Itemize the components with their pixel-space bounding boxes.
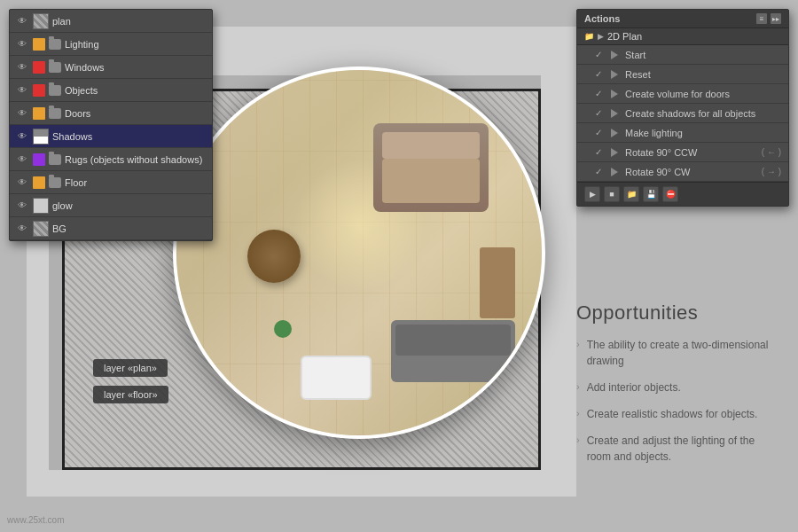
opportunity-arrow-interior: ›: [576, 381, 580, 392]
bed-furniture: [373, 123, 489, 212]
layer-row-doors[interactable]: 👁Doors: [10, 102, 212, 125]
action-play-create_shadows[interactable]: [611, 109, 620, 118]
layer-thumb-plan: [33, 13, 49, 29]
layer-row-bg[interactable]: 👁BG: [10, 217, 212, 240]
layer-row-rugs[interactable]: 👁Rugs (objects without shadows): [10, 148, 212, 171]
eye-icon-objects[interactable]: 👁: [15, 83, 29, 98]
action-row-rotate_cw[interactable]: ✓Rotate 90° CW( → ): [577, 162, 788, 182]
room-interior: [176, 70, 542, 435]
eye-icon-lighting[interactable]: 👁: [15, 37, 29, 51]
folder-icon-floor: [49, 177, 61, 188]
layer-color-doors: [33, 107, 45, 120]
action-row-make_lighting[interactable]: ✓Make lighting: [577, 123, 788, 143]
action-row-start[interactable]: ✓Start: [577, 45, 788, 65]
actions-submenu[interactable]: 📁 ▶ 2D Plan: [577, 28, 788, 45]
layer-color-rugs: [33, 153, 45, 166]
submenu-arrow-icon: ▶: [598, 32, 604, 41]
action-row-rotate_ccw[interactable]: ✓Rotate 90° CCW( ← ): [577, 143, 788, 162]
action-check-reset: ✓: [595, 69, 606, 79]
opportunity-item-lighting: ›Create and adjust the lighting of the r…: [576, 433, 771, 465]
action-check-create_shadows: ✓: [595, 108, 606, 118]
layer-name-plan: plan: [52, 16, 207, 27]
action-check-rotate_cw: ✓: [595, 167, 606, 176]
layer-color-lighting: [33, 38, 45, 51]
eye-icon-shadows[interactable]: 👁: [15, 129, 29, 144]
layer-name-rugs: Rugs (objects without shadows): [65, 154, 207, 165]
action-key-rotate_ccw: ( ← ): [762, 147, 781, 157]
layer-thumb-bg: [33, 221, 49, 237]
layer-name-floor: Floor: [65, 177, 207, 188]
action-play-create_volume[interactable]: [611, 90, 620, 98]
layer-row-shadows[interactable]: 👁Shadows: [10, 125, 212, 148]
folder-icon-lighting: [49, 39, 61, 50]
opportunity-item-interior: ›Add interior objects.: [576, 379, 771, 395]
layers-panel: 👁plan👁Lighting👁Windows👁Objects👁Doors👁Sha…: [9, 9, 213, 241]
opportunity-item-shadows: ›Create realistic shadows for objects.: [576, 406, 771, 422]
toolbar-btn-2[interactable]: 📁: [623, 186, 639, 202]
action-play-start[interactable]: [611, 51, 620, 59]
action-play-reset[interactable]: [611, 70, 620, 79]
folder-icon-objects: [49, 85, 61, 96]
sofa-furniture: [391, 320, 515, 382]
toolbar-btn-4[interactable]: ⛔: [662, 186, 678, 202]
toolbar-btn-0[interactable]: ▶: [584, 186, 600, 202]
layer-row-lighting[interactable]: 👁Lighting: [10, 33, 212, 56]
action-name-reset: Reset: [625, 69, 651, 80]
opportunities-title: Opportunities: [576, 301, 771, 325]
action-name-rotate_cw: Rotate 90° CW: [625, 167, 690, 177]
action-play-rotate_ccw[interactable]: [611, 148, 620, 157]
opportunity-text-lighting: Create and adjust the lighting of the ro…: [587, 433, 771, 465]
action-row-reset[interactable]: ✓Reset: [577, 65, 788, 84]
layer-row-glow[interactable]: 👁glow: [10, 194, 212, 217]
opportunity-arrow-shadows: ›: [576, 408, 580, 419]
layer-thumb-glow: [33, 198, 49, 214]
bathtub: [301, 356, 372, 400]
eye-icon-rugs[interactable]: 👁: [15, 153, 29, 167]
actions-close-btn[interactable]: ▸▸: [771, 13, 781, 24]
eye-icon-floor[interactable]: 👁: [15, 176, 29, 190]
submenu-label: 2D Plan: [607, 31, 642, 42]
layer-name-lighting: Lighting: [65, 39, 207, 50]
layer-color-objects: [33, 84, 45, 97]
toolbar-btn-3[interactable]: 💾: [643, 186, 659, 202]
eye-icon-glow[interactable]: 👁: [15, 199, 29, 213]
action-row-create_volume[interactable]: ✓Create volume for doors: [577, 84, 788, 104]
eye-icon-doors[interactable]: 👁: [15, 106, 29, 121]
actions-toolbar: ▶■📁💾⛔: [577, 182, 788, 206]
layer-plan-label: layer «plan»: [93, 359, 168, 377]
action-name-start: Start: [625, 50, 645, 60]
submenu-folder-icon: 📁: [584, 32, 594, 41]
layer-row-objects[interactable]: 👁Objects: [10, 79, 212, 102]
opportunity-item-ability: ›The ability to create a two-dimensional…: [576, 337, 771, 369]
layer-name-shadows: Shadows: [52, 131, 207, 142]
desk-furniture: [480, 247, 515, 318]
eye-icon-plan[interactable]: 👁: [15, 14, 29, 28]
opportunity-text-shadows: Create realistic shadows for objects.: [587, 406, 758, 422]
layer-color-floor: [33, 176, 45, 189]
toolbar-btn-1[interactable]: ■: [604, 186, 620, 202]
eye-icon-windows[interactable]: 👁: [15, 60, 29, 74]
eye-icon-bg[interactable]: 👁: [15, 222, 29, 236]
actions-panel-title: Actions: [584, 13, 620, 24]
opportunity-text-ability: The ability to create a two-dimensional …: [587, 337, 771, 369]
plant-decor: [274, 320, 292, 338]
watermark: www.25xt.com: [7, 515, 64, 525]
layer-row-plan[interactable]: 👁plan: [10, 10, 212, 33]
actions-menu-btn[interactable]: ≡: [756, 13, 767, 24]
action-row-create_shadows[interactable]: ✓Create shadows for all objects: [577, 104, 788, 123]
action-name-rotate_ccw: Rotate 90° CCW: [625, 147, 697, 158]
layer-row-floor[interactable]: 👁Floor: [10, 171, 212, 194]
action-play-make_lighting[interactable]: [611, 129, 620, 137]
layer-row-windows[interactable]: 👁Windows: [10, 56, 212, 79]
opportunities-list: ›The ability to create a two-dimensional…: [576, 337, 771, 465]
opportunities-section: Opportunities ›The ability to create a t…: [576, 301, 771, 475]
action-key-rotate_cw: ( → ): [762, 167, 781, 176]
actions-controls: ≡ ▸▸: [756, 13, 781, 24]
layer-name-glow: glow: [52, 200, 207, 211]
action-play-rotate_cw[interactable]: [611, 168, 620, 176]
action-name-create_shadows: Create shadows for all objects: [625, 108, 755, 119]
layer-name-bg: BG: [52, 223, 207, 234]
room-circle: [173, 66, 545, 439]
folder-icon-rugs: [49, 154, 61, 165]
action-name-make_lighting: Make lighting: [625, 128, 683, 138]
